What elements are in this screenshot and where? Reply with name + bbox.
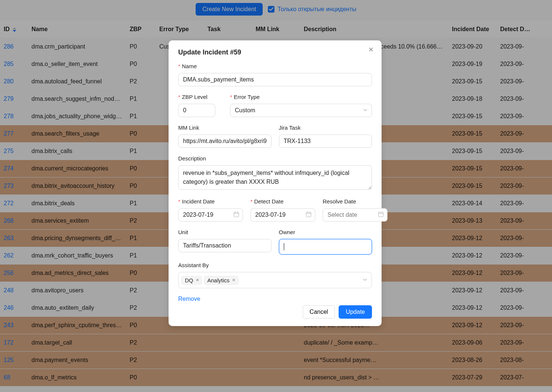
owner-label: Owner (279, 229, 372, 235)
mm-link-input[interactable] (178, 134, 272, 148)
chevron-down-icon (363, 277, 367, 283)
owner-input[interactable] (279, 239, 372, 255)
unit-label: Unit (178, 229, 272, 235)
assistant-tag: DQ✕ (182, 276, 202, 285)
jira-task-label: Jira Task (279, 124, 372, 131)
resolve-date-label: Resolve Date (323, 198, 388, 205)
description-label: Description (178, 155, 372, 162)
resolve-date-input[interactable] (323, 208, 388, 222)
mm-link-label: MM Link (178, 124, 272, 131)
zbp-level-input[interactable] (178, 104, 215, 117)
update-incident-modal: ✕ Update Incident #59 Name ZBP Level Err… (169, 40, 382, 326)
remove-tag-icon[interactable]: ✕ (232, 278, 236, 283)
description-textarea[interactable] (178, 165, 372, 190)
assistant-by-label: Assistant By (178, 262, 372, 268)
detect-date-input[interactable] (250, 208, 315, 222)
jira-task-input[interactable] (279, 134, 372, 148)
name-label: Name (178, 63, 372, 69)
assistant-tag: Analytics✕ (204, 276, 238, 285)
update-button[interactable]: Update (339, 305, 372, 319)
zbp-level-label: ZBP Level (178, 94, 223, 100)
incident-date-input[interactable] (178, 208, 243, 222)
name-input[interactable] (178, 73, 372, 86)
remove-link[interactable]: Remove (178, 296, 200, 302)
incident-date-label: Incident Date (178, 198, 243, 205)
error-type-select[interactable] (230, 104, 372, 117)
assistant-by-select[interactable]: DQ✕Analytics✕ (178, 272, 372, 288)
close-icon[interactable]: ✕ (367, 46, 375, 54)
error-type-label: Error Type (230, 94, 372, 100)
cancel-button[interactable]: Cancel (303, 305, 335, 319)
modal-title: Update Incident #59 (178, 49, 372, 56)
detect-date-label: Detect Date (250, 198, 315, 205)
remove-tag-icon[interactable]: ✕ (196, 278, 199, 283)
unit-input[interactable] (178, 239, 272, 252)
